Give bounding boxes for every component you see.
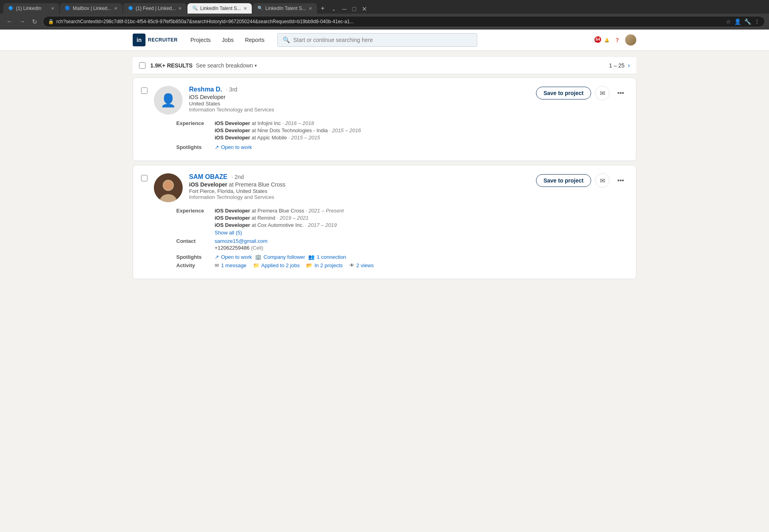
new-tab-button[interactable]: + (318, 3, 328, 14)
search-input[interactable] (293, 37, 472, 43)
reshma-details: Experience iOS Developer at Infojini Inc… (141, 120, 628, 150)
reshma-open-to-work[interactable]: ↗ Open to work (215, 144, 252, 150)
sam-open-to-work[interactable]: ↗ Open to work (215, 254, 252, 260)
sam-industry: Information Technology and Services (189, 194, 530, 200)
tab-mailbox[interactable]: 🔵 Mailbox | Linked... ✕ (60, 3, 122, 14)
main-content: 1.9K+ RESULTS See search breakdown ▾ 1 –… (125, 51, 644, 290)
sam-title: iOS Developer at Premera Blue Cross (189, 181, 530, 188)
open-to-work-icon: ↗ (215, 144, 219, 150)
reshma-exp2-role: iOS Developer (215, 127, 250, 133)
messages-button[interactable]: 💬 64 (594, 38, 599, 42)
sam-more-button[interactable]: ••• (614, 173, 628, 188)
notifications-button[interactable]: 🔔 (604, 38, 609, 42)
sam-connection[interactable]: 👥 1 connection (308, 254, 346, 260)
tab-close-feed[interactable]: ✕ (178, 6, 182, 11)
menu-icon[interactable]: ⋮ (754, 18, 760, 25)
sam-exp1-role: iOS Developer (215, 208, 250, 214)
nav-projects[interactable]: Projects (186, 34, 216, 46)
sam-spotlights-row: Spotlights ↗ Open to work 🏢 Company foll… (176, 254, 628, 260)
nav-jobs[interactable]: Jobs (217, 34, 239, 46)
pagination-range: 1 – 25 (609, 62, 625, 69)
reshma-title: iOS Developer (189, 94, 530, 100)
tab-linkedin[interactable]: 🔷 (1) LinkedIn ✕ (3, 3, 59, 14)
sam-exp1-dates: · 2021 – Present (306, 208, 344, 214)
sam-name[interactable]: SAM OBAZE (189, 173, 227, 180)
user-avatar[interactable] (625, 34, 636, 46)
tab-talent-search-2[interactable]: 🔍 LinkedIn Talent S... ✕ (253, 3, 317, 14)
reshma-mail-button[interactable]: ✉ (595, 86, 610, 100)
sam-exp-1: iOS Developer at Premera Blue Cross · 20… (215, 208, 628, 214)
select-sam-checkbox[interactable] (141, 175, 147, 181)
forward-button[interactable]: → (17, 17, 28, 26)
sam-details: Experience iOS Developer at Premera Blue… (141, 208, 628, 268)
sam-save-button[interactable]: Save to project (536, 174, 591, 187)
sam-spotlight3-label: 1 connection (317, 254, 346, 260)
sam-projects-link[interactable]: In 2 projects (315, 262, 343, 268)
refresh-button[interactable]: ↻ (30, 17, 40, 26)
reshma-name[interactable]: Reshma D. (189, 86, 222, 93)
profile-icon[interactable]: 👤 (734, 18, 741, 25)
sam-activity-row: Activity ✉ 1 message 📁 Applied to 2 jobs… (176, 262, 628, 268)
sam-spotlight1-label: Open to work (221, 254, 252, 260)
tab-close-mailbox[interactable]: ✕ (114, 6, 118, 11)
tab-talent-search-active[interactable]: 🔍 LinkedIn Talent S... ✕ (187, 3, 252, 14)
sam-mail-button[interactable]: ✉ (595, 173, 610, 188)
sam-activity-views: 👁 2 views (349, 262, 374, 268)
reshma-info: Reshma D. · 3rd iOS Developer United Sta… (189, 86, 530, 113)
tab-close-talent-2[interactable]: ✕ (309, 6, 312, 11)
sam-email: samoze15@gmail.com (215, 238, 628, 244)
bookmark-icon[interactable]: ☆ (726, 18, 731, 25)
browser-nav-buttons: ← → ↻ (4, 17, 40, 26)
card-header-sam: SAM OBAZE · 2nd iOS Developer at Premera… (141, 173, 628, 202)
tab-close-talent-active[interactable]: ✕ (243, 6, 247, 11)
reshma-more-button[interactable]: ••• (614, 86, 628, 100)
sam-spotlights-label: Spotlights (176, 254, 208, 260)
tab-feed[interactable]: 🔷 (1) Feed | Linked... ✕ (123, 3, 187, 14)
search-bar: 🔍 (277, 33, 477, 47)
select-reshma-checkbox[interactable] (141, 87, 147, 94)
sam-activity-applied: 📁 Applied to 2 jobs (253, 262, 300, 268)
reshma-exp3-dates: · 2015 – 2015 (288, 135, 320, 141)
reshma-save-button[interactable]: Save to project (536, 87, 591, 99)
nav-reports[interactable]: Reports (240, 34, 269, 46)
sam-show-all-link[interactable]: Show all (5) (215, 230, 628, 236)
tab-overflow-button[interactable]: ⌄ (329, 5, 339, 14)
sam-name-row: SAM OBAZE · 2nd (189, 173, 530, 181)
open-to-work-icon-sam: ↗ (215, 254, 219, 260)
sam-avatar-svg (154, 173, 183, 202)
back-button[interactable]: ← (4, 17, 15, 26)
sam-activity-content: ✉ 1 message 📁 Applied to 2 jobs 📂 In 2 p… (215, 262, 374, 268)
company-follower-icon: 🏢 (255, 254, 261, 260)
sam-email-link[interactable]: samoze15@gmail.com (215, 238, 267, 244)
avatar-placeholder-icon: 👤 (160, 93, 176, 108)
address-bar[interactable]: 🔒 rch?searchContextId=298c7d8f-01bc-4f54… (43, 16, 765, 27)
tab-bar: 🔷 (1) LinkedIn ✕ 🔵 Mailbox | Linked... ✕… (0, 0, 769, 14)
reshma-industry: Information Technology and Services (189, 107, 530, 113)
reshma-name-row: Reshma D. · 3rd (189, 86, 530, 93)
reshma-exp3-company: at Appic Mobile (252, 135, 287, 141)
linkedin-logo[interactable]: in RECRUITER (133, 34, 178, 46)
sam-applied-link[interactable]: Applied to 2 jobs (261, 262, 300, 268)
select-all-checkbox[interactable] (139, 62, 145, 69)
pagination-next-arrow[interactable]: › (628, 62, 630, 69)
extension-icon[interactable]: 🔧 (744, 18, 751, 25)
sam-messages-link[interactable]: 1 message (221, 262, 247, 268)
sam-views-link[interactable]: 2 views (357, 262, 374, 268)
reshma-exp1-role: iOS Developer (215, 120, 250, 126)
card-header-reshma: 👤 Reshma D. · 3rd iOS Developer United S… (141, 86, 628, 115)
help-button[interactable]: ❓ (615, 38, 620, 42)
sam-phone: +12062259486 (Cell) (215, 245, 628, 251)
tab-close-btn[interactable]: ✕ (51, 6, 54, 11)
tab-favicon: 🔷 (8, 6, 14, 11)
minimize-button[interactable]: ─ (340, 5, 349, 14)
search-input-wrap[interactable]: 🔍 (277, 33, 477, 47)
sam-degree: · 2nd (231, 174, 244, 180)
maximize-button[interactable]: □ (350, 5, 359, 14)
breakdown-button[interactable]: See search breakdown ▾ (196, 62, 257, 69)
close-browser-button[interactable]: ✕ (359, 4, 369, 14)
applied-activity-icon: 📁 (253, 262, 259, 268)
connection-icon: 👥 (308, 254, 315, 260)
reshma-degree: · 3rd (226, 86, 237, 93)
sam-company-follower[interactable]: 🏢 Company follower (255, 254, 305, 260)
sam-activity-projects: 📂 In 2 projects (306, 262, 343, 268)
